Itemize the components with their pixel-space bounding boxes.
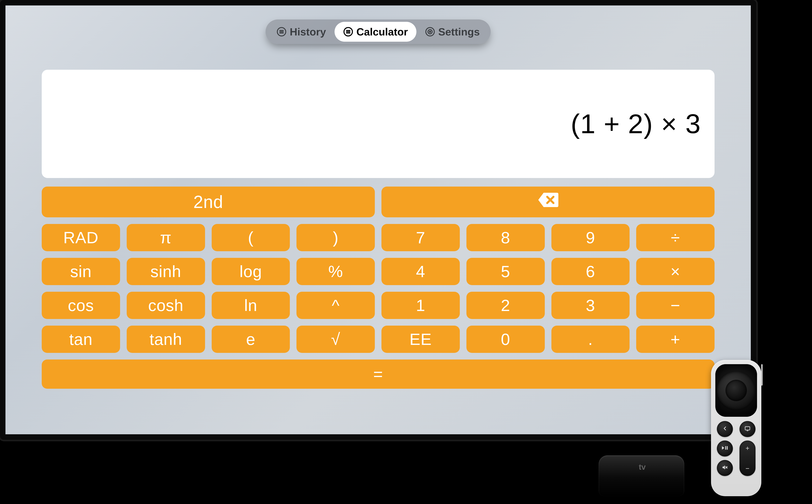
tab-history-label: History [290, 26, 326, 38]
key-e[interactable]: e [212, 326, 290, 353]
key-power[interactable]: ^ [297, 292, 375, 319]
tab-history[interactable]: History [268, 22, 335, 42]
tv-screen: History Calculator [5, 5, 751, 434]
key-divide[interactable]: ÷ [636, 224, 715, 251]
key-8[interactable]: 8 [466, 224, 545, 251]
tab-calculator-label: Calculator [356, 26, 408, 38]
key-4[interactable]: 4 [381, 258, 460, 285]
remote-mute-button[interactable] [717, 460, 733, 476]
apple-tv-box: tv [598, 455, 684, 496]
key-minus[interactable]: − [636, 292, 715, 319]
back-icon [722, 425, 728, 433]
remote-clickpad-center[interactable] [726, 380, 747, 401]
tab-calculator[interactable]: Calculator [335, 22, 416, 42]
key-close-paren[interactable]: ) [297, 224, 375, 251]
key-sinh[interactable]: sinh [127, 258, 205, 285]
remote-siri-button[interactable] [761, 364, 763, 386]
svg-point-10 [429, 31, 431, 33]
remote-button-grid: + − [715, 421, 757, 476]
key-percent[interactable]: % [297, 258, 375, 285]
settings-icon [425, 27, 435, 37]
tv-icon [744, 425, 751, 433]
key-sqrt[interactable]: √ [297, 326, 375, 353]
key-log[interactable]: log [212, 258, 290, 285]
key-cos[interactable]: cos [42, 292, 120, 319]
svg-rect-16 [725, 446, 726, 450]
key-open-paren[interactable]: ( [212, 224, 290, 251]
svg-rect-17 [727, 446, 728, 450]
mute-icon [722, 464, 728, 472]
remote-touch-surface[interactable] [715, 364, 757, 417]
calculator-display: (1 + 2) × 3 [42, 70, 715, 178]
remote-back-button[interactable] [717, 421, 733, 437]
key-3[interactable]: 3 [551, 292, 630, 319]
expression-text: (1 + 2) × 3 [571, 108, 701, 140]
key-cosh[interactable]: cosh [127, 292, 205, 319]
tab-settings-label: Settings [438, 26, 480, 38]
volume-down-icon: − [746, 465, 749, 472]
apple-tv-logo: tv [637, 463, 646, 471]
key-9[interactable]: 9 [551, 224, 630, 251]
key-dot[interactable]: . [551, 326, 630, 353]
key-5[interactable]: 5 [466, 258, 545, 285]
remote-play-pause-button[interactable] [717, 441, 733, 456]
apple-tv-text: tv [639, 463, 646, 471]
key-multiply[interactable]: × [636, 258, 715, 285]
key-tan[interactable]: tan [42, 326, 120, 353]
svg-marker-15 [722, 446, 724, 450]
key-rad[interactable]: RAD [42, 224, 120, 251]
remote-tv-button[interactable] [740, 421, 756, 437]
key-2nd[interactable]: 2nd [42, 187, 375, 217]
key-tanh[interactable]: tanh [127, 326, 205, 353]
calculator-icon [343, 27, 353, 37]
key-ee[interactable]: EE [381, 326, 460, 353]
remote-clickpad-ring[interactable] [717, 371, 755, 410]
key-plus[interactable]: + [636, 326, 715, 353]
key-pi[interactable]: π [127, 224, 205, 251]
remote-volume-rocker[interactable]: + − [740, 441, 756, 476]
siri-remote: + − [711, 360, 761, 496]
key-7[interactable]: 7 [381, 224, 460, 251]
key-ln[interactable]: ln [212, 292, 290, 319]
key-6[interactable]: 6 [551, 258, 630, 285]
history-icon [276, 27, 287, 37]
backspace-icon [537, 192, 559, 212]
key-sin[interactable]: sin [42, 258, 120, 285]
tv-frame: History Calculator [0, 0, 756, 440]
keypad: 2nd RAD π ( ) 7 8 9 ÷ sin sinh [42, 187, 715, 389]
key-1[interactable]: 1 [381, 292, 460, 319]
svg-rect-13 [745, 426, 750, 430]
top-tabs: History Calculator [266, 19, 491, 44]
tab-settings[interactable]: Settings [417, 22, 488, 42]
key-0[interactable]: 0 [466, 326, 545, 353]
volume-up-icon: + [746, 445, 749, 451]
play-pause-icon [722, 445, 728, 452]
key-2[interactable]: 2 [466, 292, 545, 319]
key-backspace[interactable] [381, 187, 715, 217]
key-equals[interactable]: = [42, 359, 715, 389]
